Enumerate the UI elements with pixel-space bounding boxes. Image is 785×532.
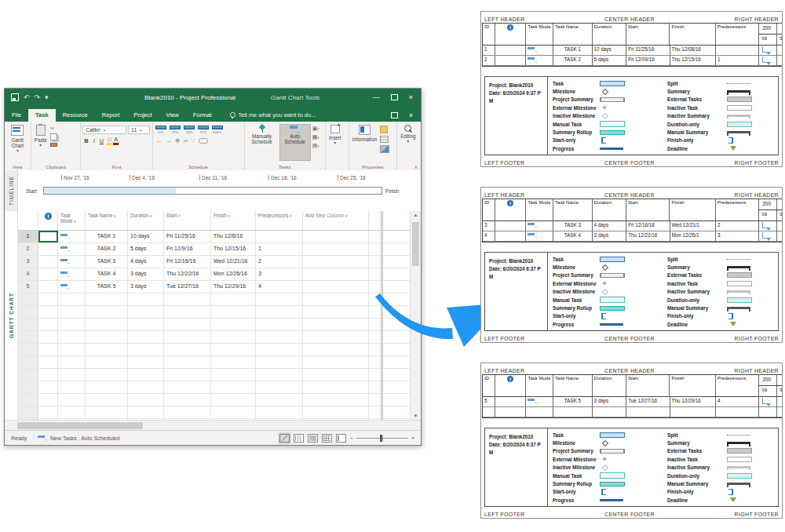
column-header-add-new[interactable]: Add New Column ▾ xyxy=(303,211,369,230)
cell-duration[interactable] xyxy=(128,293,164,305)
cell-start[interactable]: Fri 12/16/16 xyxy=(164,256,211,268)
cell-add-new[interactable] xyxy=(303,306,369,318)
cell-duration[interactable] xyxy=(128,369,164,381)
cell-start[interactable] xyxy=(164,356,211,368)
cell-info[interactable] xyxy=(38,369,58,381)
row-number[interactable] xyxy=(18,306,38,318)
paste-button[interactable]: Paste▾ xyxy=(33,124,49,161)
cell-name[interactable] xyxy=(86,356,128,368)
auto-schedule-button[interactable]: Auto Schedule xyxy=(279,124,311,161)
column-header-predecessors[interactable]: Predecessors ▾ xyxy=(256,211,303,230)
cell-name[interactable] xyxy=(86,319,128,330)
cell-pred[interactable] xyxy=(256,369,303,381)
redo-icon[interactable]: ↷ xyxy=(35,93,41,101)
column-header-task_name[interactable]: Task Name ▾ xyxy=(86,211,128,230)
inactivate-icon[interactable] xyxy=(199,138,208,144)
scroll-down-icon[interactable]: ▼ xyxy=(411,414,421,418)
percent-complete-75[interactable]: 75% xyxy=(197,126,210,134)
timeline-pane-strip[interactable]: TIMELINE xyxy=(5,170,18,211)
cell-name[interactable]: TASK 3 xyxy=(86,256,128,268)
zoom-out-icon[interactable]: − xyxy=(350,435,353,441)
maximize-icon[interactable] xyxy=(391,94,398,100)
cell-name[interactable] xyxy=(86,369,128,381)
cell-duration[interactable] xyxy=(128,331,164,343)
link-tasks-icon[interactable]: ∞ xyxy=(184,137,188,144)
cell-pred[interactable]: 1 xyxy=(256,243,303,255)
cell-start[interactable] xyxy=(164,319,211,330)
underline-button[interactable]: U xyxy=(98,137,105,144)
doc-close-icon[interactable]: × xyxy=(409,111,413,119)
undo-icon[interactable]: ↶ xyxy=(24,93,30,101)
cell-name[interactable]: TASK 5 xyxy=(86,281,128,293)
hscroll-thumb[interactable] xyxy=(17,422,143,429)
row-number[interactable] xyxy=(18,293,38,305)
cell-duration[interactable] xyxy=(128,406,164,418)
cell-name[interactable] xyxy=(86,306,128,318)
cell-name[interactable]: TASK 4 xyxy=(86,268,128,280)
row-number[interactable] xyxy=(18,406,38,418)
cell-finish[interactable]: Wed 12/21/16 xyxy=(211,256,256,268)
cut-icon[interactable]: ✂ xyxy=(50,126,57,131)
cell-finish[interactable] xyxy=(211,319,256,330)
zoom-slider[interactable] xyxy=(356,435,408,442)
row-number[interactable] xyxy=(18,331,38,343)
background-color-icon[interactable]: □ xyxy=(107,137,111,145)
cell-info[interactable] xyxy=(38,381,58,393)
cell-info[interactable] xyxy=(38,306,58,318)
cell-add-new[interactable] xyxy=(303,381,369,393)
cell-add-new[interactable] xyxy=(303,256,369,268)
cell-info[interactable] xyxy=(38,394,58,406)
column-header-start[interactable]: Start ▾ xyxy=(164,211,211,230)
cell-add-new[interactable] xyxy=(303,319,369,330)
cell-add-new[interactable] xyxy=(303,406,369,418)
unlink-tasks-icon[interactable]: ∵ xyxy=(191,137,195,144)
font-name-select[interactable]: Calibri▾ xyxy=(82,126,126,134)
gantt-chart-button[interactable]: Gantt Chart▾ xyxy=(6,124,29,161)
italic-button[interactable]: I xyxy=(92,137,97,144)
row-number[interactable]: 5 xyxy=(18,281,38,293)
vscroll-thumb[interactable] xyxy=(412,222,419,266)
column-header-info[interactable]: i xyxy=(38,211,58,230)
cell-task-mode[interactable] xyxy=(58,356,86,368)
cell-task-mode[interactable] xyxy=(58,231,86,242)
cell-info[interactable] xyxy=(38,231,58,242)
qat-customize-icon[interactable]: ▾ xyxy=(45,93,49,101)
minimize-icon[interactable]: — xyxy=(373,93,380,101)
tab-view[interactable]: View xyxy=(159,109,186,122)
tab-task[interactable]: Task xyxy=(28,109,56,122)
cell-add-new[interactable] xyxy=(303,231,369,242)
cell-start[interactable]: Fri 11/25/16 xyxy=(164,231,211,242)
move-task-icon[interactable]: ▦▾ xyxy=(312,134,319,140)
cell-name[interactable]: TASK 2 xyxy=(86,243,128,255)
tab-file[interactable]: File xyxy=(5,109,28,122)
row-number[interactable]: 2 xyxy=(18,243,38,255)
cell-info[interactable] xyxy=(38,243,58,255)
cell-pred[interactable]: 3 xyxy=(256,268,303,280)
restore-down-icon[interactable] xyxy=(391,112,398,118)
tab-project[interactable]: Project xyxy=(126,109,159,122)
save-icon[interactable] xyxy=(11,93,19,101)
cell-info[interactable] xyxy=(38,256,58,268)
cell-task-mode[interactable] xyxy=(58,306,86,318)
gantt-pane-strip[interactable]: GANTT CHART xyxy=(5,211,18,420)
tab-resource[interactable]: Resource xyxy=(56,109,95,122)
cell-add-new[interactable] xyxy=(303,356,369,368)
cell-task-mode[interactable] xyxy=(58,268,86,280)
task-mode-icon[interactable]: ▤▾ xyxy=(312,143,319,149)
cell-info[interactable] xyxy=(38,406,58,418)
team-planner-view-icon[interactable] xyxy=(308,434,318,443)
cell-info[interactable] xyxy=(38,281,58,293)
cell-finish[interactable] xyxy=(211,381,256,393)
zoom-slider-thumb[interactable] xyxy=(380,435,382,442)
cell-task-mode[interactable] xyxy=(58,281,86,293)
cell-pred[interactable] xyxy=(256,319,303,330)
cell-name[interactable] xyxy=(86,344,128,355)
cell-duration[interactable] xyxy=(128,356,164,368)
cell-add-new[interactable] xyxy=(303,281,369,293)
cell-finish[interactable] xyxy=(211,394,256,406)
cell-add-new[interactable] xyxy=(303,268,369,280)
cell-add-new[interactable] xyxy=(303,344,369,355)
cell-finish[interactable]: Thu 12/29/16 xyxy=(211,281,256,293)
cell-pred[interactable] xyxy=(256,394,303,406)
cell-task-mode[interactable] xyxy=(58,381,86,393)
